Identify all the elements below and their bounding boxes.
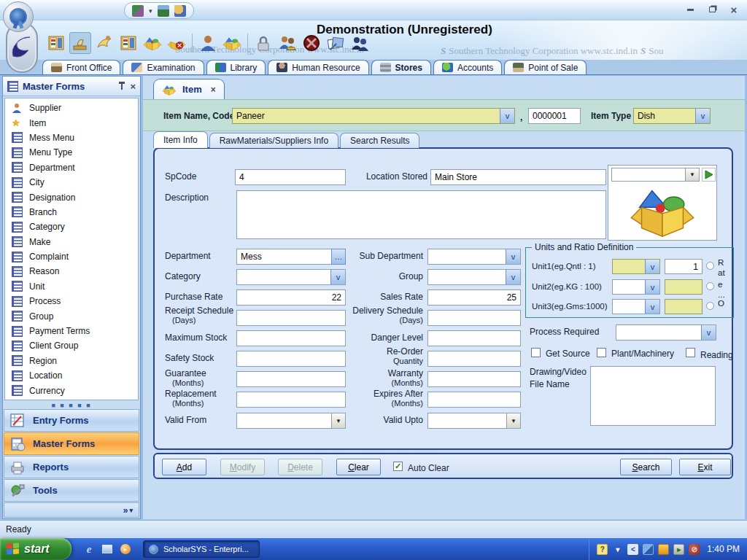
close-icon[interactable]: × — [728, 4, 740, 15]
danger-level-input[interactable] — [427, 330, 521, 346]
category-combo[interactable]: v — [236, 269, 346, 285]
cards-pen-icon[interactable] — [325, 32, 347, 54]
purchase-rate-input[interactable]: 22 — [236, 289, 346, 306]
valid-upto-datepicker[interactable]: ▼ — [427, 413, 521, 429]
sidebar-item-payment-terms[interactable]: Payment Terms — [5, 324, 138, 338]
network-tray-icon[interactable] — [643, 544, 654, 555]
pin-icon[interactable] — [118, 82, 125, 90]
stamp-icon[interactable] — [69, 32, 91, 54]
exit-button[interactable]: Exit — [679, 459, 731, 475]
item-code-input[interactable]: 0000001 — [528, 108, 581, 124]
dropdown-v-icon[interactable]: v — [506, 249, 520, 264]
quick-icon-modules[interactable] — [132, 5, 144, 17]
location-stored-input[interactable]: Main Store — [430, 169, 606, 185]
delete-button[interactable]: Delete — [278, 459, 322, 475]
sidebar-item-designation[interactable]: Designation — [5, 190, 138, 204]
auto-clear-checkbox[interactable]: ✓ — [393, 462, 403, 471]
scroll-icon[interactable] — [93, 32, 115, 54]
sidebar-item-city[interactable]: City — [5, 175, 138, 190]
users-group-icon[interactable] — [349, 32, 371, 54]
minimize-icon[interactable] — [684, 4, 696, 15]
sidebar-item-menu-type[interactable]: Menu Type — [5, 145, 138, 160]
guarantee-input[interactable] — [236, 371, 346, 387]
department-field[interactable]: Mess … — [236, 249, 346, 265]
dropdown-v-icon[interactable]: v — [645, 300, 659, 314]
tab-accounts[interactable]: Accounts — [433, 60, 502, 74]
unit3-ratio-input[interactable] — [665, 299, 703, 314]
delivery-schedule-input[interactable] — [427, 310, 521, 326]
sidebar-item-category[interactable]: Category — [5, 219, 138, 234]
blocked-tray-icon[interactable]: ⊘ — [689, 544, 700, 555]
expires-after-input[interactable] — [427, 392, 521, 408]
red-wheel-icon[interactable] — [301, 32, 322, 54]
taskbar-window-button[interactable]: ScholarSYS - Enterpri... — [143, 540, 260, 558]
description-textarea[interactable] — [236, 190, 606, 239]
unit3-radio[interactable] — [706, 302, 714, 310]
unit1-radio[interactable] — [706, 262, 714, 270]
group-combo[interactable]: v — [427, 269, 521, 285]
chevron-down-icon[interactable]: ▾ — [149, 7, 152, 15]
mail-icon[interactable] — [101, 543, 113, 555]
sidebar-item-branch[interactable]: Branch — [5, 205, 138, 219]
section-reports[interactable]: Reports — [4, 456, 139, 478]
tab-stores[interactable]: Stores — [371, 60, 431, 74]
item-type-combo[interactable]: Dishv — [633, 108, 711, 124]
open-box-icon[interactable] — [142, 32, 163, 54]
person-icon[interactable] — [197, 32, 219, 54]
dropdown-arrow-icon[interactable]: ▼ — [506, 413, 520, 428]
dropdown-v-icon[interactable]: v — [645, 280, 659, 294]
tab-point-of-sale[interactable]: Point of Sale — [504, 60, 587, 74]
tab-examination[interactable]: Examination — [123, 60, 204, 74]
panel-splitter[interactable]: ■ ■ ■ ■ ■ — [3, 402, 140, 408]
item-name-combo[interactable]: Paneerv — [232, 108, 515, 124]
drawing-video-filename-box[interactable] — [590, 366, 716, 426]
receipt-schedule-input[interactable] — [236, 310, 346, 326]
section-entry-forms[interactable]: Entry Forms — [4, 409, 139, 432]
quick-icon-desktop[interactable] — [158, 5, 169, 17]
unit2-radio[interactable] — [706, 282, 714, 290]
tab-item-info[interactable]: Item Info — [153, 131, 208, 148]
sidebar-item-group[interactable]: Group — [5, 308, 138, 323]
unit3-combo[interactable]: v — [612, 299, 660, 314]
sidebar-overflow[interactable]: »▾ — [4, 502, 139, 518]
app-badge-button[interactable] — [3, 1, 34, 32]
maximum-stock-input[interactable] — [236, 330, 346, 346]
internet-explorer-icon[interactable]: e — [83, 543, 95, 555]
security-shield-icon[interactable] — [658, 544, 669, 555]
sub-department-combo[interactable]: v — [427, 249, 521, 265]
sidebar-item-supplier[interactable]: Supplier — [5, 101, 138, 115]
cabinet-icon[interactable] — [45, 32, 67, 54]
dropdown-v-icon[interactable]: v — [645, 260, 659, 273]
picture-combo[interactable]: ▼ — [611, 168, 700, 182]
users-key-icon[interactable] — [276, 32, 298, 54]
dropdown-v-icon[interactable]: v — [701, 325, 716, 340]
reorder-quantity-input[interactable] — [427, 351, 521, 367]
sidebar-item-department[interactable]: Department — [5, 160, 138, 175]
sales-rate-input[interactable]: 25 — [427, 289, 521, 306]
open-box-icon[interactable] — [221, 32, 243, 54]
tab-rawmaterials-suppliers-info[interactable]: RawMaterials/Suppliers Info — [209, 133, 338, 148]
media-player-icon[interactable]: ▸ — [120, 543, 131, 555]
search-button[interactable]: Search — [620, 459, 672, 475]
tab-library[interactable]: Library — [206, 60, 266, 74]
unit1-combo[interactable]: v — [612, 259, 660, 274]
sidebar-item-process[interactable]: Process — [5, 294, 138, 308]
reading-checkbox[interactable] — [686, 348, 695, 357]
database-tray-icon[interactable]: ▸ — [673, 544, 684, 555]
dropdown-v-icon[interactable]: v — [500, 109, 514, 123]
sidebar-item-make[interactable]: Make — [5, 235, 138, 249]
sidebar-item-item[interactable]: ★Item — [5, 115, 138, 130]
modify-button[interactable]: Modify — [220, 459, 265, 475]
sidebar-item-reason[interactable]: Reason — [5, 264, 138, 279]
section-master-forms[interactable]: Master Forms — [4, 432, 139, 455]
collapse-tray-icon[interactable]: ▾ — [612, 544, 623, 555]
sidebar-item-unit[interactable]: Unit — [5, 279, 138, 294]
safety-stock-input[interactable] — [236, 351, 346, 367]
document-tab-item[interactable]: Item × — [153, 79, 225, 99]
close-panel-icon[interactable]: × — [130, 81, 136, 92]
unit2-ratio-input[interactable] — [665, 279, 703, 295]
tab-front-office[interactable]: Front Office — [42, 60, 120, 74]
close-tab-icon[interactable]: × — [211, 85, 216, 95]
plant-machinery-checkbox[interactable] — [597, 348, 606, 357]
box-error-icon[interactable] — [166, 32, 187, 54]
